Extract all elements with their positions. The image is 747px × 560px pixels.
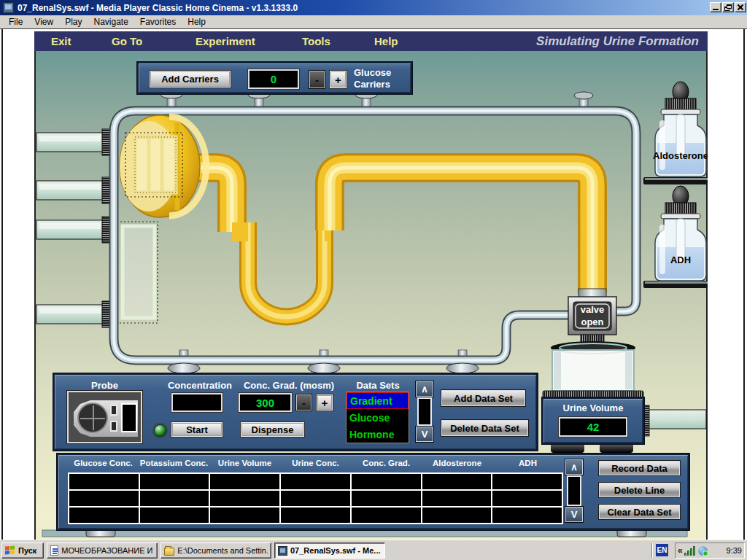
adh-bottle[interactable]: ADH [655, 186, 706, 281]
table-cell [140, 474, 209, 489]
nav-help[interactable]: Help [374, 35, 398, 47]
frame-posts [160, 91, 593, 373]
urine-volume-display: 42 [559, 417, 627, 437]
column-header: Conc. Grad. [351, 459, 422, 467]
menu-view[interactable]: View [28, 16, 59, 28]
grad-minus-button[interactable]: - [295, 394, 312, 411]
probe-dial [77, 402, 108, 433]
collecting-beaker [543, 341, 643, 400]
aldosterone-label: Aldosterone [653, 150, 708, 161]
meter-foot [600, 443, 633, 453]
signal-strength-icon[interactable] [684, 546, 695, 556]
nav-exit[interactable]: Exit [51, 35, 71, 47]
taskbar: Пуск МОЧЕОБРАЗОВАНИЕ И ... E:\Documents … [0, 540, 747, 560]
language-indicator[interactable]: EN [656, 544, 668, 556]
flash-navbar: Exit Go To Experiment Tools Help Simulat… [34, 31, 708, 51]
column-header: Aldosterone [422, 459, 492, 467]
status-led [154, 424, 166, 437]
page-title: Simulating Urine Formation [536, 34, 699, 49]
task-label: МОЧЕОБРАЗОВАНИЕ И ... [61, 546, 154, 555]
table-cell [140, 508, 209, 523]
menu-help[interactable]: Help [182, 16, 212, 28]
minimize-button[interactable] [710, 2, 721, 12]
datasets-scroll-up-button[interactable]: ∧ [415, 381, 434, 397]
datasets-scroll-down-button[interactable]: V [415, 426, 434, 443]
delete-data-set-button[interactable]: Delete Data Set [441, 419, 529, 437]
minimize-icon [713, 9, 719, 10]
word-document-icon [50, 545, 58, 556]
nav-tools[interactable]: Tools [302, 35, 330, 47]
glomerulus-capillaries [135, 137, 176, 192]
valve[interactable]: valve open [568, 289, 616, 343]
window-menubar: File View Play Navigate Favorites Help [0, 15, 747, 29]
add-data-set-button[interactable]: Add Data Set [441, 389, 526, 407]
table-cell [352, 508, 421, 523]
dataset-item-gradient[interactable]: Gradient [347, 392, 409, 409]
tray-chevron[interactable]: « [678, 545, 683, 556]
conc-grad-display: 300 [239, 393, 292, 412]
menu-play[interactable]: Play [59, 16, 88, 28]
table-scroll-up-button[interactable]: ∧ [565, 459, 584, 475]
clear-data-set-button[interactable]: Clear Data Set [598, 504, 681, 520]
record-data-button[interactable]: Record Data [598, 460, 681, 476]
urine-volume-label: Urine Volume [543, 402, 643, 413]
task-word-document[interactable]: МОЧЕОБРАЗОВАНИЕ И ... [47, 542, 158, 559]
carriers-minus-button[interactable]: - [309, 70, 325, 89]
table-cell [492, 491, 562, 506]
restore-button[interactable] [722, 2, 734, 12]
table-scroll-down-button[interactable]: V [565, 506, 584, 523]
close-button[interactable] [735, 2, 746, 12]
nav-experiment[interactable]: Experiment [196, 35, 255, 47]
valve-state-line2: open [581, 316, 603, 327]
probe-slot [110, 421, 117, 432]
table-cell [69, 508, 139, 523]
carriers-panel: Add Carriers 0 - + Glucose Carriers [137, 62, 412, 94]
nav-goto[interactable]: Go To [112, 35, 142, 47]
table-cell [422, 508, 492, 523]
task-explorer-folder[interactable]: E:\Documents and Settin... [160, 542, 271, 559]
add-carriers-button[interactable]: Add Carriers [149, 70, 231, 88]
task-media-player[interactable]: 07_RenalSys.swf - Me... [274, 542, 385, 559]
urine-volume-meter: Urine Volume 42 [542, 397, 644, 444]
data-sets-list: Gradient Glucose Hormone [346, 392, 409, 443]
start-button-taskbar[interactable]: Пуск [1, 542, 44, 559]
dispense-button[interactable]: Dispense [240, 421, 305, 438]
table-cell [492, 474, 562, 489]
carriers-count-display: 0 [248, 69, 299, 89]
table-cell [210, 508, 279, 523]
table-cell [210, 491, 279, 506]
supply-tube-2 [36, 177, 115, 203]
glomerulus [120, 115, 206, 217]
probe-device[interactable] [67, 391, 142, 443]
data-table-panel: Glucose Conc. Potassium Conc. Urine Volu… [57, 454, 689, 530]
app-icon [3, 2, 14, 13]
window-titlebar: 07_RenalSys.swf - Media Player Classic H… [0, 0, 747, 15]
table-cell [352, 491, 421, 506]
carriers-plus-button[interactable]: + [329, 70, 347, 89]
table-cell [422, 474, 492, 489]
grad-plus-button[interactable]: + [316, 394, 333, 411]
table-cell [210, 474, 279, 489]
table-cell [281, 491, 350, 506]
clock: 9:39 [727, 546, 742, 555]
menu-navigate[interactable]: Navigate [88, 16, 133, 28]
datasets-scroll-track[interactable] [417, 397, 432, 426]
dataset-item-hormone[interactable]: Hormone [347, 426, 409, 443]
delete-line-button[interactable]: Delete Line [598, 482, 681, 498]
network-globe-icon[interactable] [698, 546, 708, 556]
column-header: Urine Conc. [280, 459, 351, 467]
adh-label: ADH [670, 254, 691, 265]
window-title: 07_RenalSys.swf - Media Player Classic H… [18, 3, 298, 13]
bench-edge [42, 530, 687, 537]
aldosterone-bottle[interactable]: Aldosterone [653, 82, 708, 176]
dataset-item-glucose[interactable]: Glucose [347, 409, 409, 426]
table-scroll-track[interactable] [567, 475, 581, 506]
carriers-label-line2: Carriers [354, 79, 391, 90]
menu-favorites[interactable]: Favorites [134, 16, 182, 28]
menu-file[interactable]: File [3, 16, 28, 28]
table-cell [422, 491, 492, 506]
table-cell [492, 508, 562, 523]
start-button[interactable]: Start [171, 421, 223, 438]
nephron-tube [182, 168, 592, 316]
supply-tubes-left [36, 129, 115, 327]
